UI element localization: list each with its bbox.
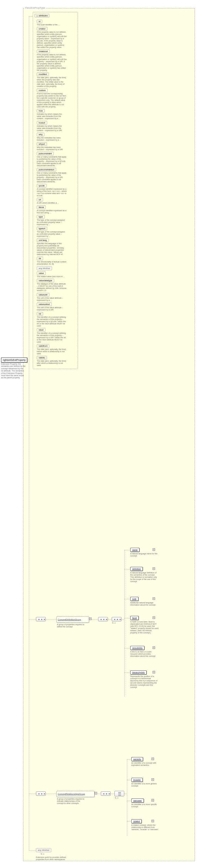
attribute-item: xml:lang bbox=[37, 239, 76, 242]
sequence-compositor bbox=[36, 792, 46, 796]
group-desc: A group of properties required to define… bbox=[57, 624, 87, 628]
attribute-item: literal bbox=[37, 206, 76, 209]
attribute-name: qcode bbox=[37, 184, 46, 187]
occurrence: 0..∞ bbox=[115, 797, 119, 799]
attribute-item: how bbox=[37, 109, 76, 113]
expand-icon[interactable]: + bbox=[89, 618, 92, 620]
element-desc: An identifier of a more specific concept… bbox=[131, 803, 160, 808]
attribute-item: id bbox=[37, 20, 76, 23]
attribute-desc: Indicates by which means the value was e… bbox=[37, 113, 67, 120]
expand-icon[interactable]: + bbox=[153, 548, 155, 551]
attribute-desc: The date (and, optionally, the time) whe… bbox=[37, 76, 67, 88]
attribute-name: uri bbox=[37, 198, 43, 202]
attribute-item: qcode bbox=[37, 184, 76, 187]
attribute-name: validfrom bbox=[37, 344, 49, 348]
connector bbox=[124, 794, 127, 794]
element-desc: A link to an item or a web resource whic… bbox=[130, 651, 159, 657]
element-name[interactable]: name bbox=[130, 548, 139, 552]
element-name: remoteInfo bbox=[132, 647, 142, 649]
attribute-desc: Indicates by which means the value was e… bbox=[37, 125, 67, 132]
element-narrower[interactable]: narrower bbox=[131, 799, 144, 803]
element-desc: A related concept, where the relationshi… bbox=[131, 824, 160, 831]
attribute-name: howuri bbox=[37, 121, 47, 125]
type-label: Flex2ExtPropType bbox=[25, 6, 46, 9]
diagram-canvas: Flex2ExtPropType rightsInfoExtProperty E… bbox=[0, 0, 197, 868]
attribute-item: type bbox=[37, 215, 76, 219]
connector bbox=[46, 794, 56, 794]
element-desc: In NAR 1.8 and later: facet is deprecate… bbox=[130, 621, 159, 634]
expand-icon[interactable]: + bbox=[152, 799, 154, 802]
concept-relationships-group[interactable]: ConceptRelationshipsGroup bbox=[56, 791, 95, 797]
attribute-desc: The date (and, optionally, the time) bef… bbox=[37, 348, 67, 355]
attribute-item: dir bbox=[37, 257, 76, 260]
attribute-item: valueunit bbox=[37, 293, 76, 297]
connector bbox=[124, 550, 130, 550]
connector bbox=[124, 569, 130, 569]
attribute-item: validto bbox=[37, 356, 76, 360]
connector bbox=[97, 794, 101, 794]
element-hierarchyinfo[interactable]: hierarchyInfo bbox=[130, 671, 146, 675]
element-remoteinfo[interactable]: remoteInfo bbox=[130, 646, 144, 650]
element-name: definition bbox=[132, 568, 141, 570]
element-note[interactable]: note bbox=[130, 597, 138, 601]
attribute-desc: The related value (see more in ... bbox=[37, 276, 67, 278]
any-attribute: any ##other bbox=[37, 266, 52, 270]
connector bbox=[124, 648, 130, 648]
connector bbox=[127, 780, 131, 780]
attribute-name: value bbox=[37, 272, 46, 275]
element-definition[interactable]: definition bbox=[130, 567, 143, 571]
element-name: sameAs bbox=[133, 758, 141, 761]
connector bbox=[127, 801, 131, 801]
attribute-item: typeuri bbox=[37, 227, 76, 230]
attribute-desc: The type of the concept assigned as cont… bbox=[37, 219, 67, 226]
expand-icon[interactable]: + bbox=[95, 792, 97, 795]
choice-compositor bbox=[114, 791, 124, 796]
root-element-name: rightsInfoExtProperty bbox=[3, 359, 26, 361]
element-facet[interactable]: facet bbox=[130, 616, 139, 620]
expand-icon[interactable]: + bbox=[152, 820, 154, 822]
expand-icon[interactable]: + bbox=[153, 616, 155, 619]
attribute-item: creator bbox=[37, 27, 76, 31]
sequence-compositor bbox=[112, 617, 122, 621]
connector bbox=[29, 17, 29, 850]
group-label: ConceptDefinitionGroup bbox=[58, 618, 81, 621]
attribute-item: why bbox=[37, 133, 76, 136]
attributes-box: ▭ attributes idThe local identifier of t… bbox=[33, 12, 78, 369]
root-element-desc: Extension Property: the semantics are de… bbox=[1, 363, 26, 379]
sequence-compositor bbox=[101, 792, 111, 796]
expand-icon[interactable]: + bbox=[153, 597, 155, 600]
element-name: narrower bbox=[133, 799, 142, 802]
sequence-compositor bbox=[98, 617, 108, 621]
concept-definition-group[interactable]: ConceptDefinitionGroup bbox=[56, 616, 89, 623]
element-desc: Additional natural language information … bbox=[130, 602, 159, 606]
connector bbox=[124, 550, 125, 696]
element-sameas[interactable]: sameAs bbox=[131, 757, 143, 761]
element-broader[interactable]: broader bbox=[131, 778, 143, 782]
attribute-desc: If the property value is not defined, sp… bbox=[37, 54, 67, 71]
expand-icon[interactable]: + bbox=[153, 671, 155, 674]
sequence-compositor bbox=[36, 617, 46, 621]
expand-icon[interactable]: + bbox=[152, 757, 154, 760]
attribute-name: pubconstraint bbox=[37, 152, 54, 155]
element-desc: A natural language definition of the sem… bbox=[130, 572, 159, 583]
attribute-name: valuedatatype bbox=[37, 279, 54, 282]
element-related[interactable]: related bbox=[131, 819, 142, 823]
expand-icon[interactable]: + bbox=[152, 778, 154, 781]
connector bbox=[127, 759, 127, 836]
attribute-name: custom bbox=[37, 89, 48, 92]
element-name: broader bbox=[133, 779, 141, 781]
attribute-name: creator bbox=[37, 27, 47, 31]
element-desc: An identifier of a more generic concept. bbox=[131, 783, 160, 787]
attribute-desc: A concept identifier expressed as a stri… bbox=[37, 188, 67, 197]
expand-icon[interactable]: + bbox=[153, 646, 155, 649]
attribute-item: modified bbox=[37, 72, 76, 76]
attribute-desc: Why the metadata has been included – exp… bbox=[37, 146, 67, 151]
attribute-desc: The unit of the value attribute – expres… bbox=[37, 307, 67, 311]
attribute-name: typeuri bbox=[37, 227, 47, 230]
attribute-item: pubconstraint bbox=[37, 152, 76, 155]
attribute-name: literal bbox=[37, 206, 46, 209]
attribute-item: howuri bbox=[37, 121, 76, 125]
root-element: rightsInfoExtProperty bbox=[1, 358, 27, 363]
expand-icon[interactable]: + bbox=[153, 567, 155, 570]
element-desc: An identifier of a concept with equivale… bbox=[131, 762, 160, 766]
